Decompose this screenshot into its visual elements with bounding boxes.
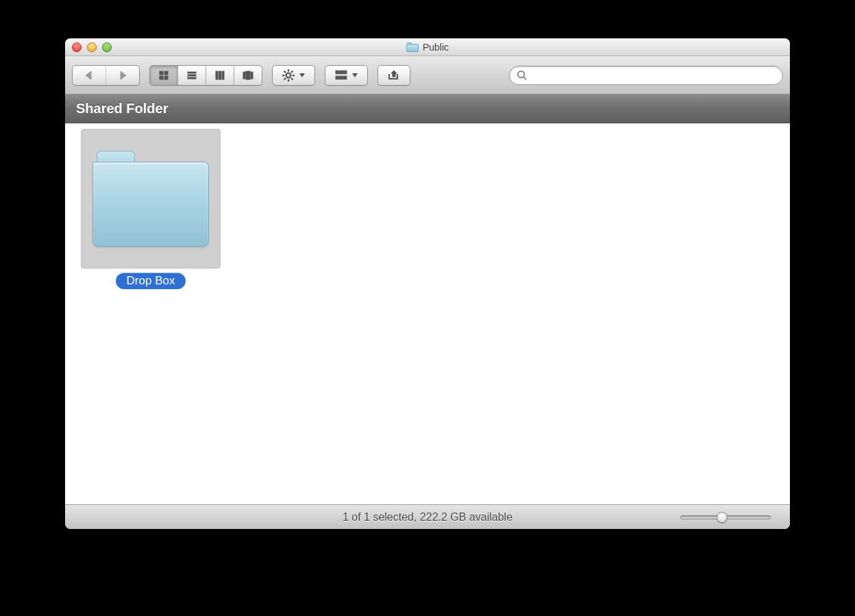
arrange-menu-button[interactable] bbox=[325, 65, 368, 86]
icon-size-slider[interactable] bbox=[680, 515, 771, 519]
arrange-icon bbox=[335, 69, 347, 82]
svg-rect-11 bbox=[222, 71, 224, 79]
gear-icon bbox=[282, 69, 295, 82]
svg-rect-7 bbox=[188, 75, 196, 76]
coverflow-view-icon bbox=[243, 70, 253, 81]
svg-line-20 bbox=[284, 71, 286, 72]
svg-rect-8 bbox=[188, 77, 196, 79]
svg-rect-14 bbox=[251, 72, 253, 79]
public-folder-icon bbox=[406, 42, 419, 52]
minimize-button[interactable] bbox=[87, 42, 97, 52]
back-button[interactable] bbox=[73, 66, 106, 85]
list-view-icon bbox=[186, 70, 197, 81]
search-icon bbox=[517, 70, 527, 80]
svg-rect-5 bbox=[164, 76, 168, 79]
svg-rect-4 bbox=[160, 76, 163, 79]
chevron-down-icon bbox=[299, 73, 305, 77]
svg-line-21 bbox=[291, 77, 293, 79]
search-field[interactable] bbox=[509, 66, 783, 85]
slider-knob[interactable] bbox=[717, 512, 728, 523]
traffic-lights bbox=[65, 42, 112, 52]
action-menu-button[interactable] bbox=[272, 65, 315, 86]
forward-button[interactable] bbox=[106, 66, 139, 85]
svg-marker-1 bbox=[121, 71, 126, 79]
list-view-button[interactable] bbox=[178, 66, 206, 85]
svg-rect-6 bbox=[188, 72, 196, 73]
window-title-text: Public bbox=[423, 42, 449, 53]
folder-item[interactable]: Drop Box bbox=[79, 129, 223, 289]
svg-rect-25 bbox=[340, 71, 343, 74]
svg-rect-26 bbox=[343, 71, 347, 74]
chevron-down-icon bbox=[352, 73, 358, 77]
toolbar bbox=[65, 56, 790, 95]
folder-item-label: Drop Box bbox=[116, 273, 186, 289]
svg-rect-13 bbox=[246, 71, 250, 79]
shared-folder-bar: Shared Folder bbox=[65, 95, 790, 123]
svg-rect-2 bbox=[160, 71, 163, 75]
share-icon bbox=[388, 69, 400, 82]
svg-rect-12 bbox=[243, 72, 245, 79]
window-title: Public bbox=[65, 42, 790, 53]
svg-marker-0 bbox=[86, 71, 91, 79]
column-view-icon bbox=[214, 70, 225, 81]
back-icon bbox=[84, 70, 95, 81]
svg-line-23 bbox=[291, 71, 293, 72]
folder-thumbnail bbox=[81, 129, 221, 269]
svg-point-15 bbox=[286, 73, 291, 77]
status-text: 1 of 1 selected, 222.2 GB available bbox=[343, 511, 512, 523]
coverflow-view-button[interactable] bbox=[234, 66, 262, 85]
svg-rect-24 bbox=[336, 71, 339, 74]
column-view-button[interactable] bbox=[206, 66, 234, 85]
svg-rect-28 bbox=[340, 76, 343, 79]
shared-folder-label: Shared Folder bbox=[76, 101, 168, 116]
svg-rect-29 bbox=[343, 76, 347, 79]
zoom-button[interactable] bbox=[102, 42, 112, 52]
titlebar: Public bbox=[65, 38, 790, 56]
svg-rect-27 bbox=[336, 76, 339, 79]
search-input[interactable] bbox=[531, 70, 776, 80]
content-area[interactable]: Drop Box bbox=[65, 123, 790, 504]
icon-view-button[interactable] bbox=[150, 66, 178, 85]
close-button[interactable] bbox=[72, 42, 82, 52]
view-segment bbox=[149, 65, 262, 86]
svg-line-31 bbox=[523, 77, 526, 79]
folder-icon bbox=[92, 151, 209, 247]
svg-rect-9 bbox=[216, 71, 218, 79]
svg-line-22 bbox=[284, 77, 286, 79]
icon-view-icon bbox=[158, 70, 169, 81]
finder-window: Public bbox=[65, 38, 790, 529]
nav-segment bbox=[72, 65, 140, 86]
svg-point-30 bbox=[518, 71, 524, 77]
svg-rect-10 bbox=[219, 71, 221, 79]
forward-icon bbox=[117, 70, 128, 81]
share-button[interactable] bbox=[377, 65, 410, 86]
status-bar: 1 of 1 selected, 222.2 GB available bbox=[65, 504, 790, 529]
svg-rect-3 bbox=[164, 71, 168, 75]
